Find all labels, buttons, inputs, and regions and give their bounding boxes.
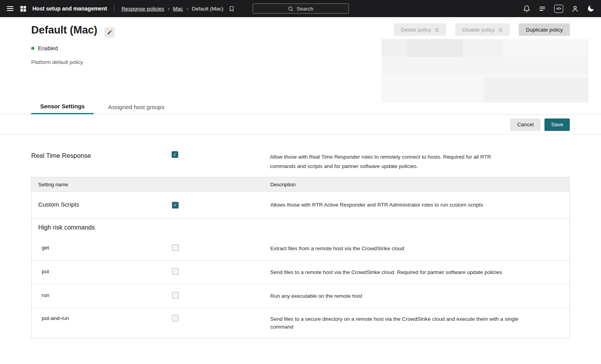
column-header-description: Description (270, 182, 569, 187)
breadcrumb-separator: › (168, 5, 170, 12)
setting-label: put (32, 269, 172, 274)
bell-icon[interactable] (523, 5, 530, 12)
disable-policy-label: Disable policy (462, 27, 495, 33)
tab-bar: Sensor Settings Assigned host groups (0, 99, 601, 115)
setting-description: Send files to a secure directory on a re… (270, 315, 569, 331)
table-row: get Extract files from a remote host via… (32, 237, 569, 260)
disable-policy-button[interactable]: Disable policy (455, 23, 510, 36)
search-placeholder: Search (297, 6, 314, 12)
table-row: Custom Scripts Allows those with RTR Act… (32, 191, 569, 218)
app-title: Host setup and management (32, 5, 107, 12)
page: Host setup and management Response polic… (0, 0, 601, 364)
app-grid-icon[interactable] (20, 5, 27, 12)
delete-policy-label: Delete policy (401, 27, 431, 33)
table-section-row: High risk commands (32, 218, 569, 237)
real-time-response-setting: Real Time Response Allow those with Real… (31, 135, 570, 177)
tab-sensor-settings[interactable]: Sensor Settings (31, 99, 94, 114)
policy-subtitle: Platform default policy (31, 59, 83, 65)
sensor-settings-content: Real Time Response Allow those with Real… (0, 135, 601, 338)
setting-label: Real Time Response (31, 152, 91, 159)
duplicate-policy-button[interactable]: Duplicate policy (519, 23, 570, 36)
save-button[interactable]: Save (544, 118, 570, 131)
delete-policy-button[interactable]: Delete policy (394, 23, 446, 36)
settings-table: Setting name Description Custom Scripts … (31, 177, 570, 338)
setting-description: Run any executable on the remote host (270, 292, 569, 300)
section-label: High risk commands (32, 224, 569, 231)
status-dot-icon (31, 47, 34, 50)
breadcrumb: Response policies › Mac › Default (Mac) (121, 5, 234, 12)
table-header: Setting name Description (32, 177, 569, 191)
cancel-button[interactable]: Cancel (510, 118, 541, 131)
column-header-setting-name: Setting name (32, 182, 172, 187)
moon-icon[interactable] (587, 5, 595, 12)
breadcrumb-response-policies[interactable]: Response policies (121, 6, 164, 12)
lock-icon (434, 27, 439, 32)
search-icon (288, 6, 294, 12)
real-time-response-checkbox[interactable] (172, 151, 178, 158)
bookmark-icon[interactable] (229, 5, 235, 12)
user-icon[interactable] (571, 5, 579, 12)
status-label: Enabled (38, 45, 58, 51)
breadcrumb-current: Default (Mac) (192, 6, 223, 12)
table-row: run Run any executable on the remote hos… (32, 284, 569, 308)
search-input[interactable]: Search (252, 4, 349, 14)
topbar-divider (114, 5, 114, 12)
put-checkbox[interactable] (172, 268, 179, 275)
blurred-content-placeholder (381, 39, 589, 102)
topbar: Host setup and management Response polic… (0, 0, 601, 17)
code-icon[interactable]: </> (554, 5, 563, 13)
breadcrumb-mac[interactable]: Mac (173, 6, 183, 12)
topbar-left: Host setup and management Response polic… (6, 5, 235, 12)
get-checkbox[interactable] (172, 244, 179, 251)
lock-icon (498, 27, 503, 32)
page-title: Default (Mac) (31, 24, 98, 36)
setting-label: put-and-run (32, 315, 172, 321)
setting-label: run (32, 292, 172, 298)
setting-description: Allows those with RTR Active Responder a… (270, 201, 569, 209)
topbar-right: </> (523, 5, 595, 13)
save-action-bar: Cancel Save (0, 115, 601, 135)
tab-assigned-host-groups[interactable]: Assigned host groups (108, 99, 164, 114)
setting-label: get (32, 245, 172, 251)
hamburger-menu-icon[interactable] (6, 5, 14, 12)
table-row: put-and-run Send files to a secure direc… (32, 308, 569, 338)
setting-description: Send files to a remote host via the Crow… (270, 269, 569, 276)
breadcrumb-separator: › (186, 5, 188, 12)
status-badge: Enabled (31, 45, 58, 51)
feed-icon[interactable] (539, 5, 546, 12)
setting-description: Allow those with Real Time Responder rol… (270, 152, 512, 171)
header-actions: Delete policy Disable policy Duplicate p… (394, 23, 570, 36)
setting-label: Custom Scripts (32, 201, 172, 208)
table-row: put Send files to a remote host via the … (32, 260, 569, 284)
edit-pencil-icon[interactable] (104, 27, 115, 37)
run-checkbox[interactable] (172, 292, 179, 299)
put-and-run-checkbox[interactable] (172, 315, 179, 322)
setting-description: Extract files from a remote host via the… (270, 245, 569, 253)
custom-scripts-checkbox[interactable] (172, 202, 179, 209)
